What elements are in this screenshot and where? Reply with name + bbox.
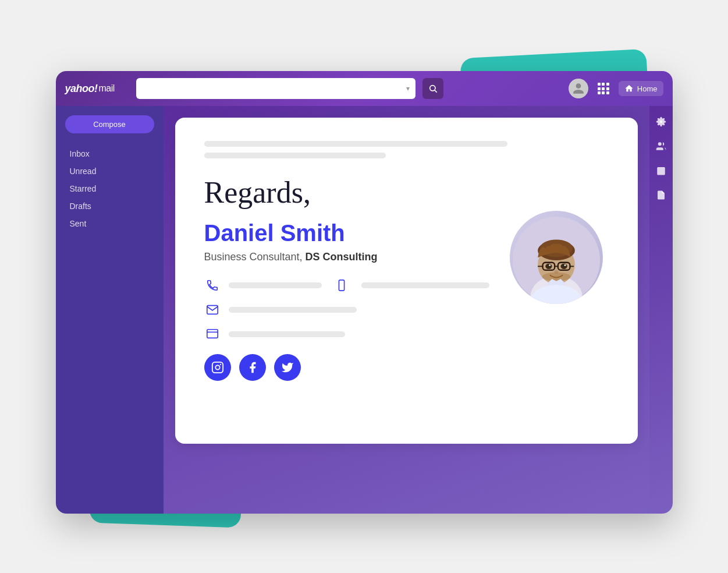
sidebar-item-drafts[interactable]: Drafts (56, 197, 164, 215)
sender-title-text: Business Consultant, (204, 251, 303, 263)
svg-point-25 (564, 264, 566, 266)
email-icon (204, 302, 221, 318)
home-button[interactable]: Home (619, 81, 663, 96)
svg-line-1 (435, 90, 437, 93)
browser-window: yahoo! mail ▾ (56, 71, 673, 514)
sender-avatar-photo (510, 211, 603, 304)
facebook-button[interactable] (239, 354, 266, 381)
website-icon (204, 326, 221, 342)
compose-button[interactable]: Compose (65, 115, 154, 133)
loading-bar-1 (204, 141, 507, 147)
email-bar (229, 307, 357, 313)
settings-icon[interactable] (655, 115, 667, 128)
right-panel (649, 106, 673, 514)
social-row (204, 354, 609, 381)
svg-point-27 (542, 273, 570, 281)
search-bar[interactable]: ▾ (136, 78, 416, 99)
phone-numbers (229, 277, 489, 293)
topbar-right: Home (569, 79, 663, 98)
search-button[interactable] (422, 78, 443, 99)
facebook-icon (246, 361, 259, 374)
svg-rect-30 (657, 167, 665, 175)
contacts-icon[interactable] (655, 140, 667, 153)
notepad-icon[interactable] (655, 189, 667, 201)
mobile-icon (333, 277, 350, 293)
main-area: Compose Inbox Unread Starred Drafts Sent… (56, 106, 673, 514)
svg-point-9 (215, 366, 219, 370)
email-card: Regards, Daniel Smith Business Consultan… (175, 118, 638, 444)
svg-point-29 (658, 142, 661, 146)
scene: yahoo! mail ▾ (44, 36, 684, 537)
twitter-button[interactable] (274, 354, 301, 381)
user-icon (572, 82, 585, 95)
calendar-icon[interactable] (655, 164, 667, 177)
svg-point-0 (429, 86, 435, 91)
svg-point-10 (219, 364, 221, 365)
svg-rect-2 (339, 280, 344, 291)
search-icon (428, 84, 438, 93)
sidebar: Compose Inbox Unread Starred Drafts Sent (56, 106, 164, 514)
instagram-icon (211, 361, 224, 374)
email-content-area: Regards, Daniel Smith Business Consultan… (164, 106, 649, 514)
svg-point-24 (549, 264, 551, 266)
sender-company: DS Consulting (306, 251, 378, 263)
home-icon (624, 84, 634, 93)
home-label: Home (637, 84, 658, 93)
sidebar-item-sent[interactable]: Sent (56, 215, 164, 232)
sidebar-item-unread[interactable]: Unread (56, 162, 164, 180)
instagram-button[interactable] (204, 354, 231, 381)
loading-bars (204, 141, 609, 158)
svg-point-23 (560, 264, 567, 269)
website-bar (229, 331, 345, 337)
search-input[interactable] (142, 84, 402, 93)
svg-rect-8 (212, 362, 222, 373)
email-contact-row (204, 302, 609, 318)
yahoo-mail-logo: yahoo! mail (65, 83, 129, 95)
apps-grid-icon[interactable] (598, 83, 609, 94)
sidebar-item-starred[interactable]: Starred (56, 180, 164, 197)
twitter-icon (281, 361, 294, 374)
topbar: yahoo! mail ▾ (56, 71, 673, 106)
regards-signature: Regards, (204, 175, 609, 211)
sidebar-item-inbox[interactable]: Inbox (56, 145, 164, 162)
loading-bar-2 (204, 153, 386, 158)
phone-bar-2 (361, 282, 489, 288)
phone-icon (204, 277, 221, 293)
website-contact-row (204, 326, 609, 342)
person-illustration (513, 217, 600, 304)
user-avatar[interactable] (569, 79, 588, 98)
search-chevron-icon: ▾ (406, 84, 410, 93)
svg-point-22 (545, 264, 552, 269)
phone-bar-1 (229, 282, 322, 288)
svg-rect-4 (207, 330, 217, 338)
